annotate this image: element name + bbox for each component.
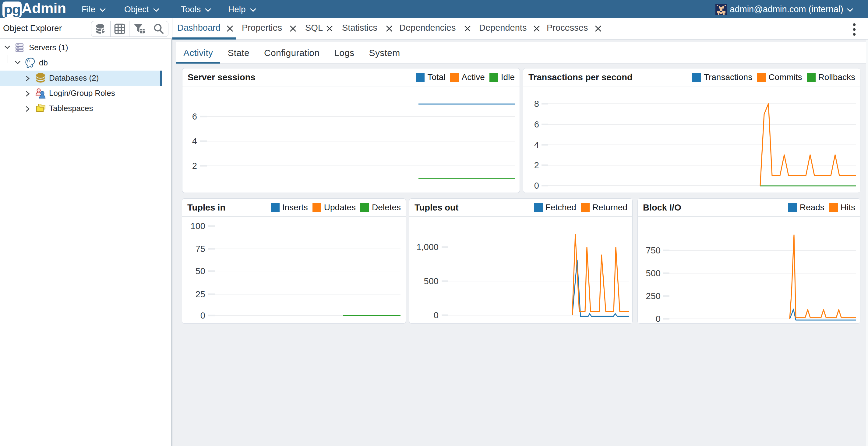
svg-text:6: 6 xyxy=(192,112,197,122)
svg-text:500: 500 xyxy=(646,268,660,278)
svg-text:2: 2 xyxy=(534,160,539,170)
svg-text:750: 750 xyxy=(646,245,660,255)
svg-text:0: 0 xyxy=(656,314,660,323)
svg-text:25: 25 xyxy=(195,289,205,299)
svg-text:0: 0 xyxy=(200,311,205,320)
svg-text:4: 4 xyxy=(192,136,197,146)
svg-text:100: 100 xyxy=(191,221,205,231)
svg-text:8: 8 xyxy=(534,99,539,109)
svg-text:6: 6 xyxy=(534,119,539,129)
svg-text:1,000: 1,000 xyxy=(416,242,439,252)
svg-text:500: 500 xyxy=(424,276,439,286)
svg-text:2: 2 xyxy=(192,161,197,171)
svg-text:0: 0 xyxy=(534,181,539,191)
svg-text:75: 75 xyxy=(195,244,205,254)
svg-text:250: 250 xyxy=(646,291,660,301)
svg-text:50: 50 xyxy=(195,266,205,276)
svg-text:0: 0 xyxy=(434,310,439,320)
svg-text:4: 4 xyxy=(534,140,539,150)
